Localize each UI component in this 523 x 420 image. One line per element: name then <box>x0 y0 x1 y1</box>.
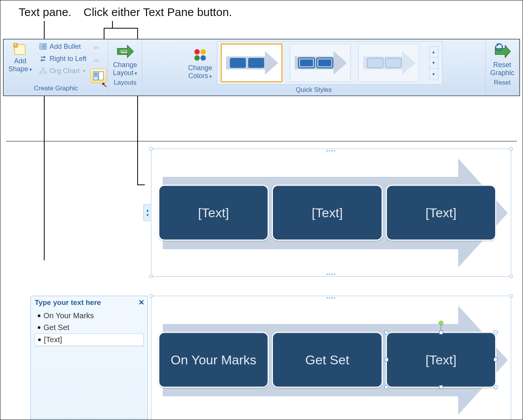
bullet-icon <box>38 314 40 317</box>
resize-handle[interactable] <box>494 385 498 389</box>
process-box-text: [Text] <box>425 205 456 220</box>
svg-rect-11 <box>40 72 42 74</box>
resize-handle[interactable] <box>439 385 443 389</box>
text-pane-icon <box>93 71 104 81</box>
svg-rect-28 <box>248 58 264 68</box>
svg-point-4 <box>41 45 42 45</box>
callout-line <box>137 184 145 185</box>
callout-click-either: Click either Text Pane button. <box>83 6 232 19</box>
close-icon[interactable]: ✕ <box>138 298 144 307</box>
change-colors-button[interactable]: ChangeColors▾ <box>185 45 215 80</box>
resize-handle[interactable] <box>439 331 443 335</box>
resize-handle[interactable] <box>384 385 388 389</box>
right-to-left-button[interactable]: Right to Left <box>37 53 89 64</box>
gallery-more-icon[interactable]: ▾ <box>430 69 438 80</box>
add-shape-icon <box>13 43 27 56</box>
process-box[interactable]: [Text] <box>386 185 496 241</box>
rotate-line <box>441 325 441 331</box>
svg-point-6 <box>41 46 42 47</box>
resize-handle[interactable] <box>385 358 388 362</box>
process-box-selected[interactable]: [Text] <box>386 332 496 388</box>
text-pane-expand-button[interactable] <box>143 204 151 221</box>
list-item[interactable]: Get Set <box>35 322 144 333</box>
svg-point-23 <box>201 49 206 55</box>
reset-icon <box>493 43 511 60</box>
add-shape-label: AddShape <box>8 57 28 73</box>
smartart-graphic-2[interactable]: •••• •••• On Your Marks Get Set [Text] <box>151 296 511 420</box>
gallery-down-icon[interactable]: ▾ <box>430 58 438 69</box>
svg-rect-14 <box>99 72 103 80</box>
process-box-text: [Text] <box>198 205 229 220</box>
add-shape-button[interactable]: AddShape▾ <box>5 41 35 74</box>
bullet-icon <box>38 338 41 341</box>
process-box-text: Get Set <box>305 352 349 367</box>
process-box[interactable]: Get Set <box>272 332 382 388</box>
callout-text-pane: Text pane. <box>19 6 71 19</box>
group-label-create-graphic: Create Graphic <box>5 83 106 93</box>
svg-rect-27 <box>230 58 246 68</box>
process-box-text: [Text] <box>312 205 343 220</box>
change-layout-button[interactable]: ChangeLayout▾ <box>110 41 140 77</box>
org-chart-button: Org Chart ▾ <box>37 66 89 76</box>
gallery-up-icon[interactable]: ▴ <box>430 46 438 58</box>
svg-rect-21 <box>121 51 127 52</box>
process-box-text: On Your Marks <box>171 352 257 367</box>
reset-label: ResetGraphic <box>490 61 514 77</box>
list-item-label: [Text] <box>44 335 62 344</box>
add-bullet-button[interactable]: Add Bullet <box>37 41 89 52</box>
quick-style-gallery: ▴ ▾ ▾ <box>217 41 443 85</box>
promote-icon: ⇦ <box>90 42 102 53</box>
process-box[interactable]: On Your Marks <box>158 332 269 388</box>
process-box[interactable]: [Text] <box>272 185 382 241</box>
svg-point-22 <box>194 49 200 55</box>
change-colors-label: ChangeColors <box>188 64 212 80</box>
smartart-graphic-1[interactable]: •••• •••• [Text] [Text] [Text] <box>151 149 511 277</box>
reset-graphic-button[interactable]: ResetGraphic <box>487 41 517 77</box>
org-chart-icon <box>39 67 47 75</box>
group-label-quick-styles: Quick Styles <box>144 85 484 95</box>
style-thumb-1[interactable] <box>221 44 282 82</box>
svg-rect-17 <box>94 76 97 77</box>
svg-rect-12 <box>44 72 47 74</box>
svg-rect-5 <box>42 45 46 45</box>
list-item[interactable]: [Text] <box>35 333 144 346</box>
text-pane-button[interactable]: ↖ <box>90 69 106 83</box>
svg-rect-33 <box>318 59 331 66</box>
right-to-left-icon <box>39 55 47 63</box>
svg-rect-10 <box>42 68 44 70</box>
list-item[interactable]: On Your Marks <box>35 310 144 322</box>
resize-handle[interactable] <box>494 330 498 335</box>
list-item-label: Get Set <box>43 323 69 332</box>
resize-handle[interactable] <box>494 358 497 362</box>
process-box[interactable]: [Text] <box>158 185 269 241</box>
text-pane-title: Type your text here <box>35 298 101 307</box>
svg-rect-7 <box>42 46 46 47</box>
right-to-left-label: Right to Left <box>50 55 87 63</box>
callout-line <box>104 28 138 29</box>
group-label-reset: Reset <box>487 77 517 87</box>
svg-rect-15 <box>94 73 97 74</box>
demote-icon: ⇨ <box>90 55 102 66</box>
style-thumb-2[interactable] <box>290 44 351 82</box>
svg-rect-9 <box>42 48 46 48</box>
process-box-text: [Text] <box>425 352 456 367</box>
svg-point-25 <box>201 55 206 61</box>
resize-handle[interactable] <box>384 330 388 335</box>
canvas: •••• •••• [Text] [Text] [Text] Type your… <box>6 141 517 141</box>
add-bullet-label: Add Bullet <box>50 43 81 51</box>
cursor-icon: ↖ <box>101 80 107 89</box>
text-pane[interactable]: Type your text here ✕ On Your Marks Get … <box>30 296 148 420</box>
svg-rect-20 <box>121 50 127 51</box>
add-bullet-icon <box>39 43 47 50</box>
svg-rect-35 <box>367 58 383 68</box>
svg-rect-36 <box>385 58 401 68</box>
org-chart-label: Org Chart <box>50 67 80 75</box>
svg-point-24 <box>194 55 200 61</box>
callout-line <box>112 21 113 28</box>
list-item-label: On Your Marks <box>43 311 94 320</box>
svg-rect-16 <box>94 74 97 75</box>
bullet-icon <box>38 326 40 329</box>
change-colors-icon <box>192 46 209 63</box>
style-thumb-3[interactable] <box>358 44 419 82</box>
ribbon: AddShape▾ Add Bullet Right to Left Org C… <box>3 39 520 96</box>
